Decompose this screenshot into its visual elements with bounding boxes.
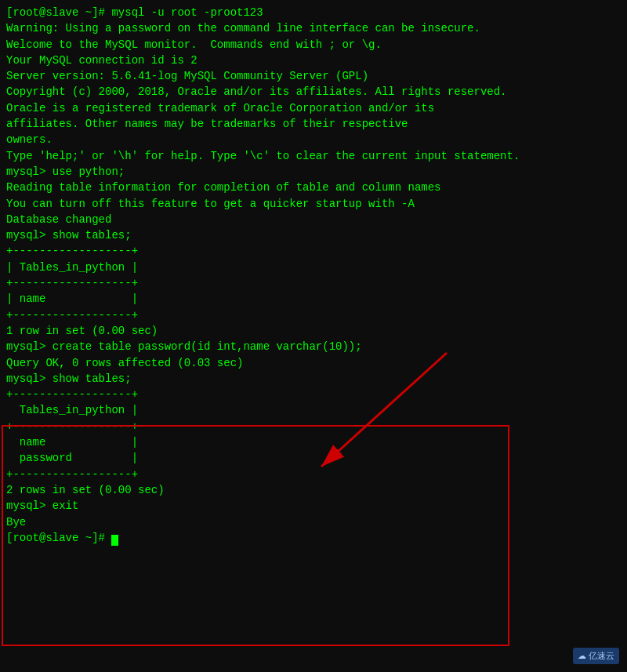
terminal-cursor <box>111 535 118 546</box>
terminal-line: mysql> exit <box>6 498 621 514</box>
terminal-line: Database changed <box>6 212 621 227</box>
terminal-line: +------------------+ <box>6 243 621 259</box>
terminal-line: [root@slave ~]# mysql -u root -proot123 <box>6 5 621 20</box>
terminal-line: mysql> show tables; <box>6 227 621 243</box>
terminal-line: owners. <box>6 132 621 147</box>
terminal-line: Reading table information for completion… <box>6 180 621 195</box>
terminal-line: Warning: Using a password on the command… <box>6 20 621 36</box>
terminal-line: mysql> use python; <box>6 164 621 180</box>
terminal-line: Bye <box>6 514 621 530</box>
terminal-line: Welcome to the MySQL monitor. Commands e… <box>6 37 621 53</box>
terminal-line: You can turn off this feature to get a q… <box>6 196 621 212</box>
terminal-line: [root@slave ~]# <box>6 530 621 546</box>
terminal-line: mysql> show tables; <box>6 371 621 387</box>
terminal-line: Type 'help;' or '\h' for help. Type '\c'… <box>6 148 621 164</box>
terminal-window: [root@slave ~]# mysql -u root -proot123W… <box>0 0 627 672</box>
terminal-line: Copyright (c) 2000, 2018, Oracle and/or … <box>6 84 621 100</box>
terminal-line: +------------------+ <box>6 275 621 291</box>
terminal-line: 1 row in set (0.00 sec) <box>6 323 621 339</box>
terminal-line: | name | <box>6 291 621 307</box>
terminal-line: 2 rows in set (0.00 sec) <box>6 482 621 498</box>
terminal-line: +------------------+ <box>6 307 621 323</box>
terminal-line: Your MySQL connection id is 2 <box>6 53 621 68</box>
terminal-output: [root@slave ~]# mysql -u root -proot123W… <box>6 5 621 546</box>
terminal-line: Oracle is a registered trademark of Orac… <box>6 100 621 116</box>
terminal-line: Query OK, 0 rows affected (0.03 sec) <box>6 355 621 371</box>
terminal-line: Server version: 5.6.41-log MySQL Communi… <box>6 68 621 84</box>
watermark-badge: ☁ 亿速云 <box>573 648 619 664</box>
terminal-line: | Tables_in_python | <box>6 260 621 275</box>
terminal-line: affiliates. Other names may be trademark… <box>6 116 621 132</box>
terminal-line: password | <box>6 450 621 466</box>
terminal-line: Tables_in_python | <box>6 402 621 418</box>
terminal-line: +------------------+ <box>6 387 621 402</box>
terminal-line: +------------------+ <box>6 467 621 482</box>
terminal-line: +------------------+ <box>6 419 621 434</box>
terminal-line: name | <box>6 434 621 450</box>
terminal-line: mysql> create table password(id int,name… <box>6 339 621 354</box>
